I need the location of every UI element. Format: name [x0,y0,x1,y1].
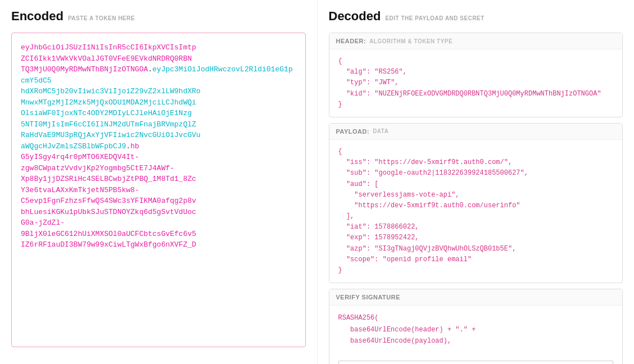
iss-val: "https://dev-5xmirf9t.auth0.com/" [374,158,508,166]
payload-section-box: PAYLOAD: DATA { "iss": "https://dev-5xmi… [329,123,623,283]
decoded-header: Decoded EDIT THE PAYLOAD AND SECRET [329,9,623,24]
iat-key: "iat" [346,223,366,231]
encoded-subtitle: PASTE A TOKEN HERE [68,15,135,21]
exp-key: "exp" [346,234,366,242]
sub-val: "google-oauth2|118322639924185500627" [374,169,524,177]
verify-content[interactable]: RSASHA256( base64UrlEncode(header) + "."… [329,306,623,364]
decoded-sections: HEADER: ALGORITHM & TOKEN TYPE { "alg": … [329,33,623,364]
azp-val: "SI3gTNagj0QVjzBVQhwUhOLSzQB01b5E" [374,245,512,253]
iat-val: 1578866022 [374,223,415,231]
kid-val: "NUZENjRFOEExODVGMDRDQ0RBNTQ3MjU0Q0MyRDM… [374,90,601,98]
iss-key: "iss" [346,158,366,166]
payload-json-content[interactable]: { "iss": "https://dev-5xmirf9t.auth0.com… [329,140,623,283]
scope-key: "scope" [346,256,374,263]
header-label: HEADER: [336,38,366,44]
typ-val: "JWT" [374,79,395,87]
scope-val: "openid profile email" [383,256,472,263]
payload-json-close: } [338,266,342,274]
token-payload-part: eyJpc3MiOiJodHRwczovL2Rldi01eG1pcmY5dC5h… [21,65,293,151]
alg-val: "RS256" [374,68,402,76]
decoded-panel: Decoded EDIT THE PAYLOAD AND SECRET HEAD… [318,0,635,364]
aud-val-2: "https://dev-5xmirf9t.auth0.com/userinfo… [354,202,520,210]
sub-key: "sub" [346,169,366,177]
header-json-close: } [338,101,342,108]
header-json-open: { [338,57,342,65]
dot-1: . [148,65,152,74]
token-signature-part: hbG5yISgy4rq4r0pMTO6XEDQV4It-zgw8CWpatzV… [21,142,196,249]
dot-2: . [126,142,130,151]
kid-key: "kid" [346,90,366,98]
payload-label: PAYLOAD: [336,128,370,135]
decoded-subtitle: EDIT THE PAYLOAD AND SECRET [385,15,484,21]
verify-label-row: VERIFY SIGNATURE [329,289,623,306]
azp-key: "azp" [346,245,366,253]
encoded-token-box[interactable]: eyJhbGciOiJSUzI1NiIsInR5cCI6IkpXVCIsImtp… [11,33,306,347]
aud-val-1: "serverlessjams-vote-api" [354,191,455,199]
decoded-title: Decoded [329,9,381,24]
header-label-row: HEADER: ALGORITHM & TOKEN TYPE [329,33,623,49]
header-json-content[interactable]: { "alg": "RS256", "typ": "JWT", "kid": "… [329,49,623,117]
secret-input-row[interactable] [338,361,614,364]
header-section-box: HEADER: ALGORITHM & TOKEN TYPE { "alg": … [329,33,623,117]
verify-line3: base64UrlEncode(payload), [346,337,451,345]
verify-line1: RSASHA256( [338,314,379,322]
exp-val: 1578952422 [374,234,415,242]
payload-label-sub: DATA [373,128,388,134]
header-label-sub: ALGORITHM & TOKEN TYPE [369,38,452,44]
typ-key: "typ" [346,79,366,87]
encoded-header: Encoded PASTE A TOKEN HERE [11,9,306,24]
verify-label: VERIFY SIGNATURE [336,294,401,301]
encoded-panel: Encoded PASTE A TOKEN HERE eyJhbGciOiJSU… [0,0,318,364]
verify-line2: base64UrlEncode(header) + "." + [346,326,476,334]
aud-key: "aud" [346,180,366,188]
encoded-title: Encoded [11,9,64,24]
verify-section-box: VERIFY SIGNATURE RSASHA256( base64UrlEnc… [329,289,623,364]
payload-json-open: { [338,148,342,156]
alg-key: "alg" [346,68,366,76]
payload-label-row: PAYLOAD: DATA [329,124,623,140]
